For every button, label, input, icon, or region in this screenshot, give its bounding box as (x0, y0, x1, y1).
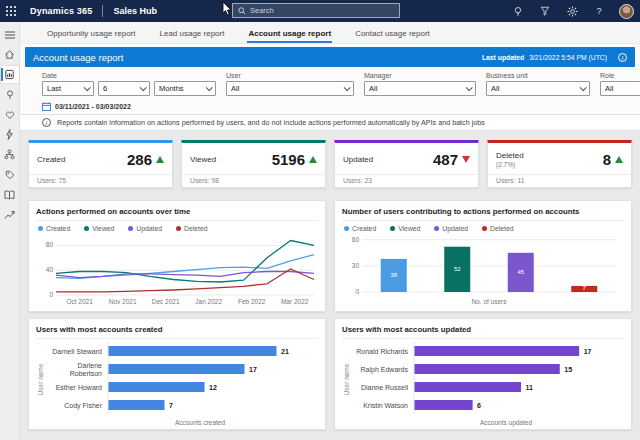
kpi-label: Deleted (496, 151, 524, 160)
svg-text:Dec 2021: Dec 2021 (152, 298, 180, 305)
last-updated-label: Last updated (482, 54, 524, 61)
chart-title: Users with most accounts created (36, 325, 318, 339)
date-unit-select[interactable]: Months (154, 81, 216, 96)
role-filter-select[interactable]: All (600, 81, 640, 96)
tab-account-usage-report[interactable]: Account usage report (247, 29, 332, 43)
legend-item-created[interactable]: Created (344, 225, 376, 232)
tab-opportunity-usage-report[interactable]: Opportunity usage report (46, 29, 137, 43)
legend-dot (390, 226, 395, 231)
svg-text:Mar 2022: Mar 2022 (281, 298, 309, 305)
page-header: Account usage report Last updated 3/21/2… (25, 47, 635, 67)
legend-item-created[interactable]: Created (38, 225, 70, 232)
sidebar-collapse-icon[interactable] (1, 26, 19, 43)
kpi-card-updated: Updated 487 Users: 23 (334, 140, 479, 188)
avatar[interactable] (619, 4, 634, 19)
kpi-sublabel: (2.7%) (496, 161, 524, 168)
relationship-heart-icon[interactable] (1, 106, 19, 123)
legend-item-deleted[interactable]: Deleted (176, 225, 207, 232)
svg-text:User name: User name (37, 363, 44, 395)
svg-text:Nov 2021: Nov 2021 (109, 298, 137, 305)
svg-text:Dianne Russell: Dianne Russell (361, 384, 409, 391)
kpi-value: 286 (127, 151, 152, 168)
tab-contact-usage-report[interactable]: Contact usage report (354, 29, 431, 43)
svg-text:Accounts updated: Accounts updated (480, 419, 532, 427)
svg-text:Feb 2022: Feb 2022 (238, 298, 266, 305)
hbar-chart-canvas: Darnell Steward21DarleneRobertson17Esthe… (36, 339, 320, 429)
svg-text:11: 11 (526, 384, 534, 391)
trend-arrow-icon (309, 156, 317, 163)
insights-lightbulb-icon[interactable] (1, 86, 19, 103)
svg-text:12: 12 (209, 384, 217, 391)
svg-text:6: 6 (477, 402, 481, 409)
svg-text:Darnell Steward: Darnell Steward (52, 348, 102, 355)
kpi-label: Updated (343, 155, 373, 164)
legend-dot (128, 226, 133, 231)
hub-title[interactable]: Sales Hub (103, 6, 167, 16)
trend-arrow-icon (615, 156, 623, 163)
legend-label: Viewed (92, 225, 114, 232)
legend-item-viewed[interactable]: Viewed (84, 225, 114, 232)
svg-text:DarleneRobertson: DarleneRobertson (70, 362, 102, 377)
svg-text:45: 45 (517, 269, 524, 275)
svg-text:0: 0 (49, 291, 53, 298)
help-icon[interactable]: ? (592, 4, 606, 18)
svg-text:Ronald Richards: Ronald Richards (356, 348, 408, 355)
analytics-icon[interactable] (1, 206, 19, 223)
main-content: Account usage report Last updated 3/21/2… (20, 44, 640, 440)
date-filter-label: Date (42, 72, 216, 79)
header-info-icon[interactable]: i (618, 53, 627, 62)
date-count-select[interactable]: 6 (98, 81, 150, 96)
date-range-text: 03/11/2021 - 03/03/2022 (55, 103, 131, 110)
lightbulb-icon[interactable] (511, 4, 525, 18)
legend-item-updated[interactable]: Updated (434, 225, 468, 232)
line-chart-canvas: 04080Oct 2021Nov 2021Dec 2021Jan 2022Feb… (36, 233, 320, 309)
legend-item-deleted[interactable]: Deleted (482, 225, 513, 232)
gear-icon[interactable] (565, 4, 579, 18)
user-filter-select[interactable]: All (226, 81, 354, 96)
kpi-label: Created (37, 155, 65, 164)
date-range[interactable]: 03/11/2021 - 03/03/2022 (42, 102, 131, 111)
legend-dot (344, 226, 349, 231)
tags-icon[interactable] (1, 166, 19, 183)
search-placeholder: Search (250, 6, 274, 15)
waffle-menu-icon[interactable] (0, 0, 22, 22)
filter-icon[interactable] (538, 4, 552, 18)
svg-text:No. of users: No. of users (471, 298, 507, 305)
svg-text:7: 7 (169, 402, 173, 409)
legend-label: Updated (442, 225, 468, 232)
svg-text:38: 38 (390, 272, 397, 278)
kpi-users: Users: 75 (29, 174, 172, 186)
tab-lead-usage-report[interactable]: Lead usage report (159, 29, 226, 43)
app-title: Dynamics 365 (22, 6, 102, 16)
svg-text:52: 52 (454, 266, 461, 272)
date-mode-select[interactable]: Last (42, 81, 94, 96)
legend-label: Deleted (490, 225, 513, 232)
legend-item-viewed[interactable]: Viewed (390, 225, 420, 232)
legend-label: Created (46, 225, 70, 232)
lightning-icon[interactable] (1, 126, 19, 143)
book-icon[interactable] (1, 186, 19, 203)
kpi-value: 8 (603, 151, 611, 168)
top-navbar: Dynamics 365 Sales Hub Search ? (0, 0, 640, 22)
sidebar-item-reports[interactable] (1, 66, 19, 83)
chart-card-actions-over-time: Actions performed on accounts over time … (28, 200, 326, 312)
business-unit-filter-select[interactable]: All (486, 81, 590, 96)
svg-text:Jan 2022: Jan 2022 (195, 298, 222, 305)
info-banner: i Reports contain information on actions… (20, 114, 640, 131)
search-input[interactable]: Search (232, 3, 400, 18)
legend-item-updated[interactable]: Updated (128, 225, 162, 232)
manager-filter-label: Manager (364, 72, 476, 79)
svg-text:30: 30 (352, 262, 360, 269)
home-icon[interactable] (1, 46, 19, 63)
org-chart-icon[interactable] (1, 146, 19, 163)
svg-text:Accounts created: Accounts created (175, 419, 226, 426)
legend-label: Deleted (184, 225, 207, 232)
trend-arrow-icon (156, 156, 164, 163)
info-icon: i (42, 118, 51, 127)
svg-text:15: 15 (564, 366, 572, 373)
legend-label: Viewed (398, 225, 420, 232)
legend-dot (176, 226, 181, 231)
svg-text:17: 17 (584, 348, 592, 355)
chevron-down-icon (580, 84, 587, 91)
manager-filter-select[interactable]: All (364, 81, 476, 96)
